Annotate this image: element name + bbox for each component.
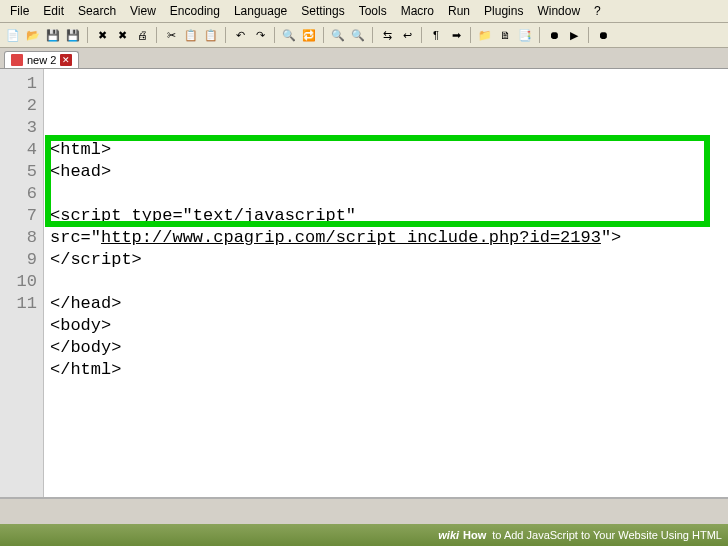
code-line[interactable]: <head> — [46, 161, 726, 183]
menu-language[interactable]: Language — [228, 2, 293, 20]
line-number: 2 — [2, 95, 37, 117]
line-number: 9 — [2, 249, 37, 271]
sync-icon[interactable]: ⇆ — [378, 26, 396, 44]
find-icon[interactable]: 🔍 — [280, 26, 298, 44]
menu-tools[interactable]: Tools — [353, 2, 393, 20]
show-chars-icon[interactable]: ¶ — [427, 26, 445, 44]
redo-icon[interactable]: ↷ — [251, 26, 269, 44]
cut-icon[interactable]: ✂ — [162, 26, 180, 44]
code-line[interactable]: src="http://www.cpagrip.com/script_inclu… — [46, 227, 726, 249]
tab-close-button[interactable]: ✕ — [60, 54, 72, 66]
toolbar-separator — [588, 27, 589, 43]
replace-icon[interactable]: 🔁 — [300, 26, 318, 44]
footer-title: to Add JavaScript to Your Website Using … — [492, 529, 722, 541]
func-list-icon[interactable]: 📑 — [516, 26, 534, 44]
code-line[interactable]: <body> — [46, 315, 726, 337]
unsaved-icon — [11, 54, 23, 66]
line-number-gutter: 1234567891011 — [0, 69, 44, 497]
menu-settings[interactable]: Settings — [295, 2, 350, 20]
menu-plugins[interactable]: Plugins — [478, 2, 529, 20]
zoom-in-icon[interactable]: 🔍 — [329, 26, 347, 44]
toolbar-separator — [421, 27, 422, 43]
code-line[interactable]: <html> — [46, 139, 726, 161]
paste-icon[interactable]: 📋 — [202, 26, 220, 44]
menu-view[interactable]: View — [124, 2, 162, 20]
save-icon[interactable]: 💾 — [44, 26, 62, 44]
toolbar-separator — [323, 27, 324, 43]
toolbar-separator — [539, 27, 540, 43]
line-number: 7 — [2, 205, 37, 227]
copy-icon[interactable]: 📋 — [182, 26, 200, 44]
code-line[interactable]: </html> — [46, 359, 726, 381]
undo-icon[interactable]: ↶ — [231, 26, 249, 44]
code-line[interactable]: </script> — [46, 249, 726, 271]
line-number: 10 — [2, 271, 37, 293]
line-number: 5 — [2, 161, 37, 183]
toolbar-separator — [274, 27, 275, 43]
wrap-icon[interactable]: ↩ — [398, 26, 416, 44]
indent-icon[interactable]: ➡ — [447, 26, 465, 44]
line-number: 4 — [2, 139, 37, 161]
code-line[interactable]: </head> — [46, 293, 726, 315]
line-number: 6 — [2, 183, 37, 205]
open-file-icon[interactable]: 📂 — [24, 26, 42, 44]
code-area[interactable]: <html><head><script type="text/javascrip… — [44, 69, 728, 497]
close-icon[interactable]: ✖ — [93, 26, 111, 44]
new-file-icon[interactable]: 📄 — [4, 26, 22, 44]
footer-caption: wikiHow to Add JavaScript to Your Websit… — [0, 524, 728, 546]
menu-file[interactable]: File — [4, 2, 35, 20]
toolbar-separator — [225, 27, 226, 43]
menu-bar: FileEditSearchViewEncodingLanguageSettin… — [0, 0, 728, 23]
line-number: 1 — [2, 73, 37, 95]
menu-edit[interactable]: Edit — [37, 2, 70, 20]
code-line[interactable]: </body> — [46, 337, 726, 359]
script-src-link[interactable]: http://www.cpagrip.com/script_include.ph… — [101, 228, 601, 247]
zoom-out-icon[interactable]: 🔍 — [349, 26, 367, 44]
tab-strip: new 2 ✕ — [0, 48, 728, 69]
menu-macro[interactable]: Macro — [395, 2, 440, 20]
print-icon[interactable]: 🖨 — [133, 26, 151, 44]
toolbar-separator — [87, 27, 88, 43]
doc-map-icon[interactable]: 🗎 — [496, 26, 514, 44]
toolbar-separator — [470, 27, 471, 43]
toolbar-separator — [372, 27, 373, 43]
editor: 1234567891011 <html><head><script type="… — [0, 69, 728, 499]
line-number: 8 — [2, 227, 37, 249]
toolbar: 📄📂💾💾✖✖🖨✂📋📋↶↷🔍🔁🔍🔍⇆↩¶➡📁🗎📑⏺▶⏺ — [0, 23, 728, 48]
line-number: 11 — [2, 293, 37, 315]
menu-?[interactable]: ? — [588, 2, 607, 20]
footer-how: How — [463, 529, 486, 541]
macro-play-icon[interactable]: ▶ — [565, 26, 583, 44]
macro-rec-icon[interactable]: ⏺ — [545, 26, 563, 44]
tab-label: new 2 — [27, 54, 56, 66]
file-tab[interactable]: new 2 ✕ — [4, 51, 79, 68]
code-line[interactable]: <script type="text/javascript" — [46, 205, 726, 227]
save-all-icon[interactable]: 💾 — [64, 26, 82, 44]
footer-brand: wiki — [438, 529, 459, 541]
menu-encoding[interactable]: Encoding — [164, 2, 226, 20]
toolbar-separator — [156, 27, 157, 43]
record-icon[interactable]: ⏺ — [594, 26, 612, 44]
code-line[interactable] — [46, 271, 726, 293]
menu-run[interactable]: Run — [442, 2, 476, 20]
line-number: 3 — [2, 117, 37, 139]
folder-icon[interactable]: 📁 — [476, 26, 494, 44]
menu-window[interactable]: Window — [531, 2, 586, 20]
close-all-icon[interactable]: ✖ — [113, 26, 131, 44]
menu-search[interactable]: Search — [72, 2, 122, 20]
code-line[interactable] — [46, 183, 726, 205]
